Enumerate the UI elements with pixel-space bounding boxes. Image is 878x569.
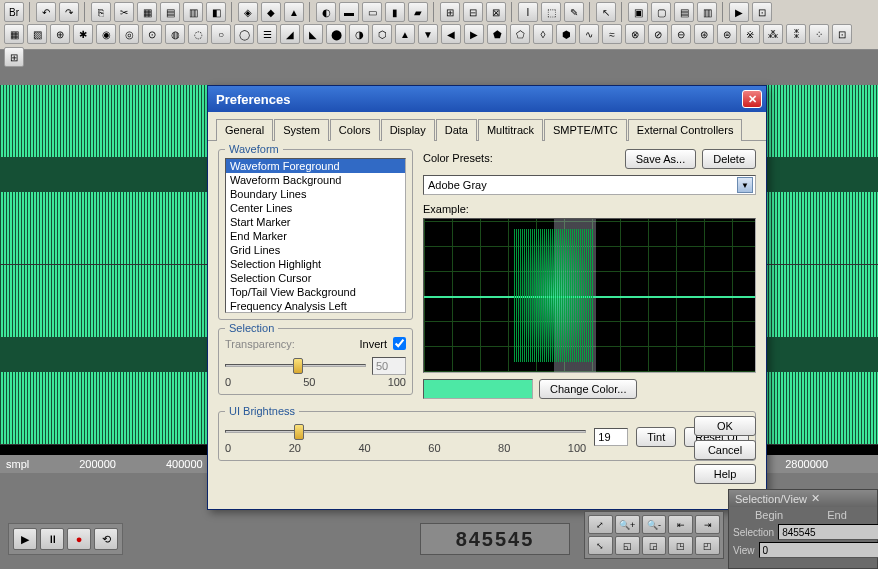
toolbar-button[interactable]: ⬟ [487, 24, 507, 44]
toolbar-button[interactable]: ▲ [284, 2, 304, 22]
toolbar-button[interactable]: ▬ [339, 2, 359, 22]
cut-icon[interactable]: ✂ [114, 2, 134, 22]
toolbar-button[interactable]: ◣ [303, 24, 323, 44]
invert-checkbox[interactable] [393, 337, 406, 350]
zoom-out-icon[interactable]: 🔍- [642, 515, 667, 534]
zoom-button[interactable]: ◲ [642, 536, 667, 555]
toolbar-button[interactable]: ⊗ [625, 24, 645, 44]
toolbar-button[interactable]: ▧ [27, 24, 47, 44]
tab-smpte[interactable]: SMPTE/MTC [544, 119, 627, 141]
toolbar-button[interactable]: ◌ [188, 24, 208, 44]
toolbar-button[interactable]: ⊕ [50, 24, 70, 44]
toolbar-button[interactable]: ⊡ [752, 2, 772, 22]
list-item[interactable]: Waveform Foreground [226, 159, 405, 173]
toolbar-button[interactable]: ⬚ [541, 2, 561, 22]
text-cursor-icon[interactable]: I [518, 2, 538, 22]
toolbar-button[interactable]: ◧ [206, 2, 226, 22]
toolbar-button[interactable]: ⁂ [763, 24, 783, 44]
list-item[interactable]: Start Marker [226, 215, 405, 229]
tab-colors[interactable]: Colors [330, 119, 380, 141]
dialog-titlebar[interactable]: Preferences ✕ [208, 86, 766, 112]
toolbar-button[interactable]: ▥ [697, 2, 717, 22]
toolbar-button[interactable]: ▲ [395, 24, 415, 44]
view-begin-input[interactable] [759, 542, 879, 558]
record-icon[interactable]: ● [67, 528, 91, 550]
list-item[interactable]: Frequency Analysis Left [226, 299, 405, 313]
toolbar-button[interactable]: ✱ [73, 24, 93, 44]
toolbar-button[interactable]: ▼ [418, 24, 438, 44]
toolbar-button[interactable]: ◎ [119, 24, 139, 44]
play-icon[interactable]: ▶ [13, 528, 37, 550]
toolbar-button[interactable]: ☰ [257, 24, 277, 44]
toolbar-button[interactable]: ∿ [579, 24, 599, 44]
tint-button[interactable]: Tint [636, 427, 676, 447]
color-item-listbox[interactable]: Waveform Foreground Waveform Background … [225, 158, 406, 313]
zoom-button[interactable]: ⤡ [588, 536, 613, 555]
toolbar-button[interactable]: ○ [211, 24, 231, 44]
tab-data[interactable]: Data [436, 119, 477, 141]
undo-icon[interactable]: ↶ [36, 2, 56, 22]
toolbar-button[interactable]: ⊠ [486, 2, 506, 22]
change-color-button[interactable]: Change Color... [539, 379, 637, 399]
toolbar-button[interactable]: ⊜ [717, 24, 737, 44]
play-icon[interactable]: ▶ [729, 2, 749, 22]
list-item[interactable]: Boundary Lines [226, 187, 405, 201]
toolbar-button[interactable]: ◀ [441, 24, 461, 44]
toolbar-button[interactable]: ▢ [651, 2, 671, 22]
toolbar-button[interactable]: ⊖ [671, 24, 691, 44]
toolbar-button[interactable]: ✎ [564, 2, 584, 22]
tab-general[interactable]: General [216, 119, 273, 141]
pointer-icon[interactable]: ↖ [596, 2, 616, 22]
save-as-button[interactable]: Save As... [625, 149, 697, 169]
toolbar-button[interactable]: ◊ [533, 24, 553, 44]
zoom-button[interactable]: ◰ [695, 536, 720, 555]
toolbar-button[interactable]: ▰ [408, 2, 428, 22]
zoom-button[interactable]: ⇤ [668, 515, 693, 534]
toolbar-button[interactable]: ◍ [165, 24, 185, 44]
toolbar-button[interactable]: ◉ [96, 24, 116, 44]
toolbar-button[interactable]: ⬤ [326, 24, 346, 44]
tab-multitrack[interactable]: Multitrack [478, 119, 543, 141]
zoom-in-icon[interactable]: 🔍+ [615, 515, 640, 534]
list-item[interactable]: Selection Highlight [226, 257, 405, 271]
toolbar-button[interactable]: ⊘ [648, 24, 668, 44]
toolbar-button[interactable]: ⊟ [463, 2, 483, 22]
delete-button[interactable]: Delete [702, 149, 756, 169]
toolbar-button[interactable]: ▮ [385, 2, 405, 22]
tab-display[interactable]: Display [381, 119, 435, 141]
copy-icon[interactable]: ⎘ [91, 2, 111, 22]
list-item[interactable]: Grid Lines [226, 243, 405, 257]
transparency-slider[interactable] [225, 354, 366, 378]
toolbar-button[interactable]: ◢ [280, 24, 300, 44]
toolbar-button[interactable]: ▶ [464, 24, 484, 44]
toolbar-button[interactable]: ▭ [362, 2, 382, 22]
zoom-button[interactable]: ⤢ [588, 515, 613, 534]
toolbar-button[interactable]: ◈ [238, 2, 258, 22]
close-icon[interactable]: ✕ [811, 492, 820, 505]
brightness-slider[interactable] [225, 420, 586, 444]
toolbar-button[interactable]: ▦ [4, 24, 24, 44]
toolbar-button[interactable]: ◆ [261, 2, 281, 22]
toolbar-button[interactable]: ⬠ [510, 24, 530, 44]
toolbar-button[interactable]: ⊛ [694, 24, 714, 44]
toolbar-button[interactable]: Br [4, 2, 24, 22]
zoom-button[interactable]: ⇥ [695, 515, 720, 534]
help-button[interactable]: Help [694, 464, 756, 484]
toolbar-button[interactable]: ⊙ [142, 24, 162, 44]
pause-icon[interactable]: ⏸ [40, 528, 64, 550]
color-preset-combobox[interactable]: Adobe Gray ▼ [423, 175, 756, 195]
loop-icon[interactable]: ⟲ [94, 528, 118, 550]
toolbar-button[interactable]: ⊡ [832, 24, 852, 44]
brightness-value[interactable] [594, 428, 628, 446]
ok-button[interactable]: OK [694, 416, 756, 436]
toolbar-button[interactable]: ⊞ [440, 2, 460, 22]
toolbar-button[interactable]: ◐ [316, 2, 336, 22]
zoom-button[interactable]: ◱ [615, 536, 640, 555]
selection-begin-input[interactable] [778, 524, 878, 540]
toolbar-button[interactable]: ⬢ [556, 24, 576, 44]
toolbar-button[interactable]: ⁑ [786, 24, 806, 44]
toolbar-button[interactable]: ◑ [349, 24, 369, 44]
toolbar-button[interactable]: ▤ [674, 2, 694, 22]
toolbar-button[interactable]: ※ [740, 24, 760, 44]
paste-icon[interactable]: ▦ [137, 2, 157, 22]
